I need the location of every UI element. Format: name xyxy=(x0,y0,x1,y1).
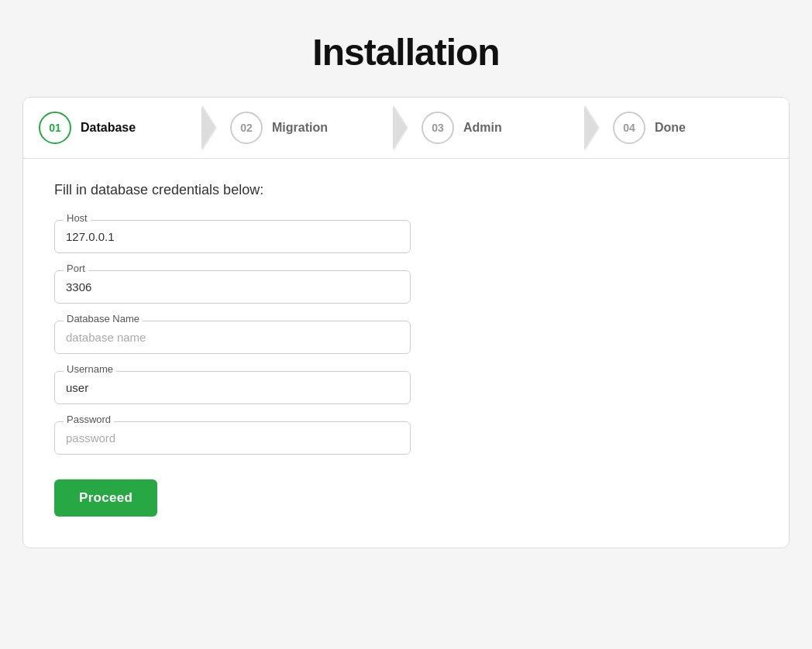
password-input[interactable] xyxy=(54,421,411,455)
form-section: Fill in database credentials below: Host… xyxy=(23,159,789,548)
host-label: Host xyxy=(64,212,91,224)
step-label-admin: Admin xyxy=(463,121,502,135)
step-label-migration: Migration xyxy=(272,121,328,135)
step-number-1: 01 xyxy=(39,112,71,144)
username-label: Username xyxy=(64,363,116,375)
proceed-button[interactable]: Proceed xyxy=(54,479,157,517)
step-number-2: 02 xyxy=(230,112,263,144)
database-name-field-group: Database Name xyxy=(54,321,758,354)
password-label: Password xyxy=(64,414,114,425)
step-done[interactable]: 04 Done xyxy=(597,98,789,158)
step-database[interactable]: 01 Database xyxy=(23,98,215,158)
host-field-group: Host xyxy=(54,220,758,253)
password-field-group: Password xyxy=(54,421,758,455)
step-admin[interactable]: 03 Admin xyxy=(406,98,597,158)
database-name-input[interactable] xyxy=(54,321,411,354)
username-input[interactable] xyxy=(54,371,411,404)
step-number-3: 03 xyxy=(421,112,454,144)
step-label-database: Database xyxy=(81,121,136,135)
database-name-label: Database Name xyxy=(64,313,143,324)
form-instructions: Fill in database credentials below: xyxy=(54,182,758,198)
host-input[interactable] xyxy=(54,220,411,253)
step-number-4: 04 xyxy=(613,112,645,144)
step-migration[interactable]: 02 Migration xyxy=(215,98,406,158)
port-field-group: Port xyxy=(54,270,758,304)
wizard-container: 01 Database 02 Migration 03 Admin 04 Don… xyxy=(22,97,790,548)
steps-bar: 01 Database 02 Migration 03 Admin 04 Don… xyxy=(23,98,789,159)
step-label-done: Done xyxy=(655,121,686,135)
port-label: Port xyxy=(64,263,88,274)
port-input[interactable] xyxy=(54,270,411,304)
page-title: Installation xyxy=(312,31,499,74)
username-field-group: Username xyxy=(54,371,758,404)
